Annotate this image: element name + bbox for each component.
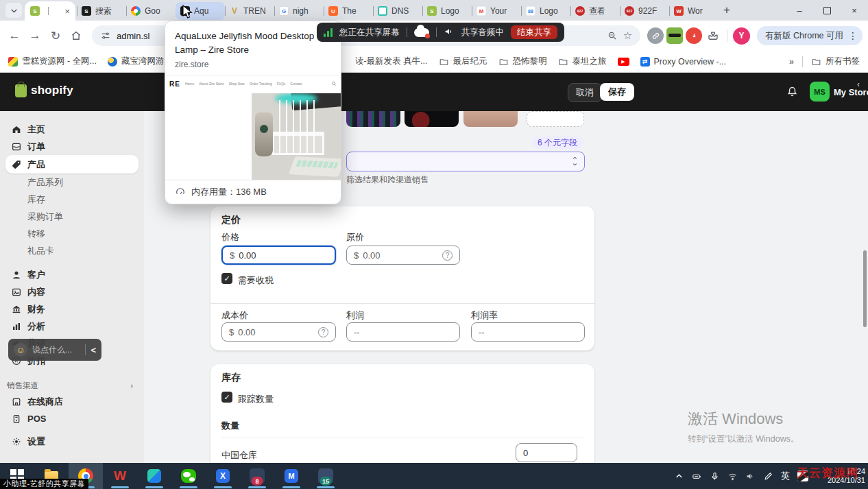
margin-input[interactable]: -- bbox=[471, 322, 585, 342]
taskbar-app-tim[interactable]: 8 bbox=[240, 463, 274, 489]
wifi-icon[interactable] bbox=[727, 471, 738, 481]
sidebar-item-purchase-orders[interactable]: 采购订单 bbox=[5, 208, 138, 225]
volume-icon[interactable] bbox=[745, 471, 756, 481]
bookmark-youtube[interactable]: ▶ bbox=[618, 58, 629, 66]
browser-tab-theme[interactable]: UThe bbox=[324, 1, 373, 21]
bookmark-cangbaowan[interactable]: 藏宝湾网游... bbox=[108, 56, 171, 67]
sidebar-item-customers[interactable]: 客户 bbox=[5, 266, 138, 283]
browser-tab-google[interactable]: Goo bbox=[126, 1, 176, 21]
cost-input[interactable]: $ 0.00 ? bbox=[221, 322, 336, 342]
new-tab-button[interactable]: + bbox=[720, 3, 734, 17]
add-media-tile[interactable] bbox=[527, 111, 584, 127]
tax-checkbox[interactable]: ✓ bbox=[221, 273, 232, 284]
bookmarks-overflow-icon[interactable]: » bbox=[789, 57, 794, 67]
store-avatar[interactable]: MS bbox=[810, 82, 830, 102]
tab-close-icon[interactable]: × bbox=[64, 7, 70, 16]
home-button[interactable] bbox=[67, 27, 85, 45]
window-minimize-button[interactable]: – bbox=[786, 0, 813, 21]
media-thumbnail-1[interactable] bbox=[405, 111, 459, 127]
save-button[interactable]: 保存 bbox=[600, 83, 634, 101]
sidebar-item-inventory[interactable]: 库存 bbox=[5, 191, 138, 208]
sidebar-item-gift-cards[interactable]: 礼品卡 bbox=[5, 242, 138, 259]
sidebar-item-content[interactable]: 内容 bbox=[5, 283, 138, 300]
bookmark-proxy[interactable]: ⇄Proxy Overview -... bbox=[640, 57, 727, 67]
browser-tab-trend[interactable]: VTREN bbox=[225, 1, 274, 21]
help-icon[interactable]: ? bbox=[318, 327, 328, 337]
bookmark-kongbuliming[interactable]: 恐怖黎明 bbox=[498, 56, 547, 67]
ime-indicator[interactable]: 英 bbox=[781, 470, 790, 482]
scrollbar-thumb[interactable] bbox=[863, 250, 867, 327]
quantity-input[interactable]: 0 bbox=[516, 443, 577, 462]
notifications-bell-icon[interactable] bbox=[786, 85, 799, 101]
taskbar-app-docs[interactable] bbox=[137, 463, 171, 489]
bookmark-zuixin[interactable]: 读-最新发表 真牛... bbox=[355, 56, 428, 67]
sidebar-item-home[interactable]: 主页 bbox=[5, 121, 138, 138]
reload-button[interactable]: ↻ bbox=[47, 27, 64, 45]
pen-icon[interactable] bbox=[763, 471, 773, 481]
tax-checkbox-label[interactable]: 需要收税 bbox=[238, 274, 274, 287]
stop-sharing-button[interactable]: 结束共享 bbox=[511, 25, 557, 39]
taskbar-app-wps[interactable]: W bbox=[103, 463, 137, 489]
profile-avatar[interactable]: Y bbox=[733, 27, 750, 45]
sidebar-item-transfers[interactable]: 转移 bbox=[5, 225, 138, 242]
browser-tab-logo2[interactable]: 88Logo bbox=[521, 1, 570, 21]
browser-tab-night[interactable]: Gnigh bbox=[274, 1, 324, 21]
chrome-update-chip[interactable]: 有新版 Chrome 可用 ⋮ bbox=[757, 26, 863, 45]
active-tab[interactable]: S × bbox=[25, 1, 75, 21]
browser-menu-icon[interactable]: ⋮ bbox=[847, 30, 858, 41]
url-text[interactable]: admin.sl bbox=[117, 31, 149, 41]
sidebar-item-online-store[interactable]: 在线商店 bbox=[5, 393, 138, 410]
media-thumbnail-2[interactable] bbox=[463, 111, 518, 127]
site-settings-icon[interactable] bbox=[100, 30, 111, 41]
track-quantity-checkbox[interactable]: ✓ bbox=[221, 392, 232, 403]
browser-tab-shopify-search[interactable]: S搜索 bbox=[77, 1, 126, 21]
browser-tab-view-922[interactable]: 922查看 bbox=[570, 1, 620, 21]
profit-input[interactable]: -- bbox=[346, 322, 460, 342]
sidebar-item-pos[interactable]: POS bbox=[5, 410, 138, 427]
adblock-extension-icon[interactable] bbox=[666, 27, 683, 44]
browser-tab-dns[interactable]: DNS bbox=[373, 1, 422, 21]
taskbar-app-blue-x-app[interactable]: X bbox=[206, 463, 240, 489]
forward-button[interactable]: → bbox=[26, 27, 44, 45]
help-icon[interactable]: ? bbox=[442, 250, 453, 261]
taskbar-app-wechat[interactable] bbox=[171, 463, 206, 489]
sidebar-item-analytics[interactable]: 分析 bbox=[5, 318, 138, 335]
bookmark-star-icon[interactable]: ☆ bbox=[623, 29, 632, 42]
bookmark-xuegao[interactable]: 雪糕资源网 - 全网... bbox=[8, 56, 97, 67]
bookmark-taitanzhilv[interactable]: 泰坦之旅 bbox=[558, 56, 607, 67]
all-bookmarks-folder[interactable]: 所有书签 bbox=[811, 56, 860, 67]
sidebar-item-orders[interactable]: 订单 bbox=[5, 138, 138, 155]
sales-channels-header[interactable]: 销售渠道› bbox=[7, 378, 133, 393]
metafields-link[interactable]: 6 个元字段 bbox=[532, 136, 583, 149]
cancel-button[interactable]: 取消 bbox=[568, 83, 602, 102]
media-thumbnail-0[interactable] bbox=[346, 111, 400, 127]
battery-icon[interactable] bbox=[692, 471, 702, 481]
download-extension-icon[interactable] bbox=[686, 27, 702, 44]
tray-expand-icon[interactable] bbox=[674, 471, 684, 481]
overlay-collapse-button[interactable]: < bbox=[91, 345, 96, 355]
chat-input-placeholder[interactable]: 说点什么... bbox=[32, 344, 72, 356]
tab-search-button[interactable] bbox=[5, 3, 22, 18]
back-button[interactable]: ← bbox=[5, 27, 23, 45]
taskbar-app-meeting-2[interactable]: 15 bbox=[309, 463, 343, 489]
sidebar-item-settings[interactable]: 设置 bbox=[5, 433, 138, 450]
store-name[interactable]: My Store bbox=[834, 87, 868, 97]
sidebar-item-collections[interactable]: 产品系列 bbox=[5, 174, 138, 191]
category-select[interactable] bbox=[346, 152, 585, 171]
microphone-icon[interactable] bbox=[710, 471, 720, 481]
compare-price-input[interactable]: $ 0.00 ? bbox=[346, 246, 460, 265]
browser-tab-word[interactable]: WWor bbox=[669, 1, 719, 21]
zoom-indicator-icon[interactable] bbox=[607, 30, 618, 41]
smiley-icon[interactable]: ☺ bbox=[14, 343, 27, 357]
sidebar-item-finances[interactable]: 财务 bbox=[5, 300, 138, 318]
window-close-button[interactable]: × bbox=[841, 0, 868, 21]
sidebar-item-products[interactable]: 产品 bbox=[5, 155, 138, 174]
bookmark-zuihoujiyuan[interactable]: 最后纪元 bbox=[439, 56, 487, 67]
browser-tab-gmail[interactable]: MYour bbox=[472, 1, 521, 21]
taskbar-app-meeting[interactable]: M bbox=[274, 463, 309, 489]
browser-tab-922f[interactable]: 922922F bbox=[620, 1, 669, 21]
link-extension-icon[interactable] bbox=[647, 27, 664, 44]
price-input[interactable]: $ 0.00 bbox=[221, 246, 336, 265]
extensions-puzzle-icon[interactable] bbox=[705, 27, 721, 44]
window-maximize-button[interactable] bbox=[813, 0, 841, 21]
